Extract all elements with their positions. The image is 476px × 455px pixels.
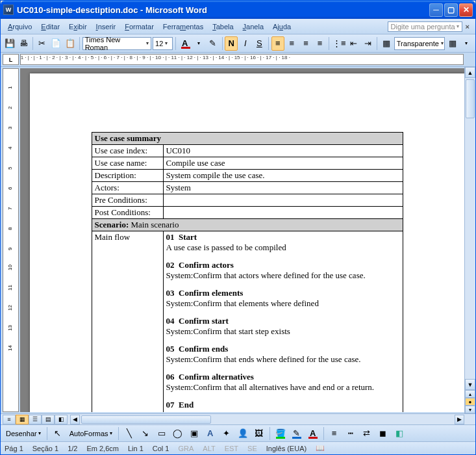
transparent-dropdown[interactable]: Transparente▾ <box>394 37 445 50</box>
draw-menu[interactable]: Desenhar ▾ <box>3 428 44 439</box>
table-row-label: Pre Conditions: <box>92 194 163 207</box>
view-print-layout[interactable]: ▦ <box>16 415 29 424</box>
scroll-thumb[interactable] <box>466 79 475 118</box>
menu-inserir[interactable]: Inserir <box>92 21 121 32</box>
indent-icon[interactable]: ⇥ <box>362 36 375 51</box>
align-justify-icon[interactable]: ≡ <box>314 36 327 51</box>
ruler-corner[interactable]: L <box>3 54 19 65</box>
hscroll-thumb[interactable] <box>81 415 211 424</box>
font-color-draw-icon[interactable]: A <box>306 426 320 441</box>
align-right-icon[interactable]: ≡ <box>299 36 312 51</box>
align-center-icon[interactable]: ≡ <box>286 36 299 51</box>
view-web[interactable]: ▤ <box>42 415 55 424</box>
scroll-right-button[interactable]: ▶ <box>455 415 464 424</box>
status-pos: Em 2,6cm <box>86 445 119 452</box>
rectangle-icon[interactable]: ▭ <box>155 426 169 441</box>
view-reading[interactable]: ◧ <box>55 415 68 424</box>
prev-page-button[interactable]: ▴ <box>465 390 475 398</box>
status-alt: ALT <box>203 445 215 452</box>
shadow-icon[interactable]: ◼ <box>376 426 390 441</box>
doc-close-button[interactable]: × <box>462 23 473 31</box>
font-size-dropdown[interactable]: 12▾ <box>153 37 173 50</box>
maximize-button[interactable]: ▢ <box>444 3 458 17</box>
table-row-label: Description: <box>92 170 163 182</box>
paste-icon[interactable]: 📋 <box>64 36 77 51</box>
page[interactable]: Use case summary Use case index:UC010Use… <box>30 73 465 412</box>
browse-object-button[interactable]: ● <box>465 398 475 406</box>
select-icon[interactable]: ↖ <box>51 426 65 441</box>
3d-icon[interactable]: ◧ <box>392 426 407 441</box>
status-col: Col 1 <box>153 445 169 452</box>
scroll-track[interactable] <box>465 78 475 379</box>
textbox-icon[interactable]: ▣ <box>187 426 201 441</box>
copy-icon[interactable]: 📄 <box>50 36 63 51</box>
line-color-icon[interactable]: ✎ <box>290 426 304 441</box>
close-button[interactable]: ✕ <box>459 3 473 17</box>
mainflow-content[interactable]: 01 StartA use case is passed to be compi… <box>163 231 403 413</box>
summary-header: Use case summary <box>92 133 403 145</box>
highlight-icon[interactable]: ✎ <box>207 36 219 51</box>
print-icon[interactable]: 🖶 <box>18 36 31 51</box>
scroll-up-button[interactable]: ▲ <box>465 67 475 78</box>
table-row-value[interactable] <box>163 194 403 207</box>
menu-formatar[interactable]: Formatar <box>120 21 158 32</box>
italic-button[interactable]: I <box>239 36 252 51</box>
dash-style-icon[interactable]: ┅ <box>344 426 358 441</box>
border-icon[interactable]: ▦ <box>380 36 393 51</box>
bullets-icon[interactable]: ⋮≡ <box>332 36 346 51</box>
fill-color-icon[interactable]: 🪣 <box>273 426 288 441</box>
table-row-value[interactable]: UC010 <box>163 145 403 157</box>
mainflow-label: Main flow <box>92 231 163 413</box>
vertical-scrollbar[interactable]: ▲ ▼ ▴ ● ▾ <box>464 67 475 413</box>
font-color-icon[interactable]: A <box>179 36 192 51</box>
font-color-arrow[interactable]: ▾ <box>192 36 205 51</box>
underline-button[interactable]: S <box>253 36 266 51</box>
horizontal-scrollbar[interactable]: ◀ ▶ <box>70 415 464 424</box>
table-row-value[interactable]: System compile the use case. <box>163 170 403 182</box>
line-style-icon[interactable]: ≡ <box>327 426 342 441</box>
save-icon[interactable]: 💾 <box>3 36 16 51</box>
align-left-icon[interactable]: ≡ <box>271 36 284 51</box>
ruler-horizontal[interactable]: 3 · | · 2 · | · 1 · | · | · 1 · | · 2 · … <box>20 54 464 65</box>
flow-step: 04 Confirm startSystem:Confirm that star… <box>166 316 400 337</box>
cut-icon[interactable]: ✂ <box>36 36 49 51</box>
menu-ajuda[interactable]: Ajuda <box>268 21 295 32</box>
status-bar: Pág 1 Seção 1 1/2 Em 2,6cm Lin 1 Col 1 G… <box>1 441 475 454</box>
menu-arquivo[interactable]: Arquivo <box>3 21 36 32</box>
line-icon[interactable]: ╲ <box>122 426 136 441</box>
document-area[interactable]: Use case summary Use case index:UC010Use… <box>20 68 474 412</box>
arrow-style-icon[interactable]: ⇄ <box>360 426 374 441</box>
bold-button[interactable]: N <box>225 36 238 51</box>
menu-ferramentas[interactable]: Ferramentas <box>158 21 208 32</box>
oval-icon[interactable]: ◯ <box>171 426 185 441</box>
scroll-left-button[interactable]: ◀ <box>70 415 80 424</box>
minimize-button[interactable]: ─ <box>429 3 443 17</box>
next-page-button[interactable]: ▾ <box>465 406 475 413</box>
table-row-value[interactable]: System <box>163 182 403 194</box>
use-case-table[interactable]: Use case summary Use case index:UC010Use… <box>92 132 403 412</box>
wordart-icon[interactable]: A <box>203 426 218 441</box>
outdent-icon[interactable]: ⇤ <box>347 36 360 51</box>
table-row-value[interactable] <box>163 207 403 219</box>
ruler-vertical[interactable]: 1234567891011121314 <box>3 68 19 412</box>
arrow-icon[interactable]: ↘ <box>138 426 153 441</box>
menu-janela[interactable]: Janela <box>238 21 268 32</box>
menu-editar[interactable]: Editar <box>36 21 64 32</box>
status-book-icon[interactable]: 📖 <box>316 444 325 452</box>
scroll-down-button[interactable]: ▼ <box>465 379 475 390</box>
help-search-input[interactable]: Digite uma pergunta▾ <box>388 21 462 32</box>
drawing-toolbar: Desenhar ▾ ↖ AutoFormas ▾ ╲ ↘ ▭ ◯ ▣ A ✦ … <box>1 424 475 441</box>
picture-icon[interactable]: 🖼 <box>252 426 266 441</box>
toolbar-overflow[interactable]: ▾ <box>460 36 473 51</box>
font-name-dropdown[interactable]: Times New Roman▾ <box>82 37 151 50</box>
autoshapes-menu[interactable]: AutoFormas ▾ <box>67 428 115 439</box>
menu-tabela[interactable]: Tabela <box>208 21 238 32</box>
menu-exibir[interactable]: Exibir <box>64 21 92 32</box>
grid-icon[interactable]: ▦ <box>446 36 459 51</box>
view-outline[interactable]: ☰ <box>29 415 42 424</box>
diagram-icon[interactable]: ✦ <box>219 426 234 441</box>
table-row-value[interactable]: Compile use case <box>163 157 403 170</box>
toolbar: 💾 🖶 ✂ 📄 📋 Times New Roman▾ 12▾ A ▾ ✎ N I… <box>1 34 475 53</box>
clipart-icon[interactable]: 👤 <box>236 426 250 441</box>
view-normal[interactable]: ≡ <box>3 415 16 424</box>
